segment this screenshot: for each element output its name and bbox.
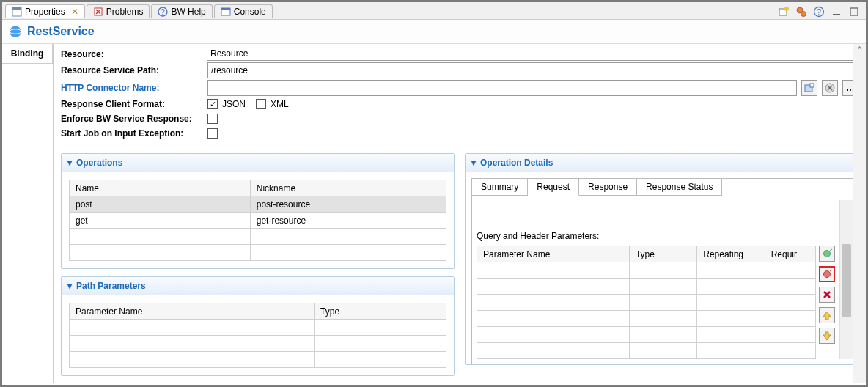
view-tabs-bar: Properties ✕ Problems ? BW Help Console … (2, 2, 866, 20)
add-param-button[interactable] (819, 246, 835, 262)
col-name[interactable]: Name (70, 180, 251, 196)
xml-label: XML (271, 99, 289, 109)
operations-section: ▾ Operations Name Nickname post (61, 153, 455, 269)
svg-rect-1 (12, 7, 21, 10)
tab-label: Properties (25, 7, 65, 17)
request-body-input[interactable] (477, 200, 835, 218)
table-row[interactable] (477, 343, 816, 359)
maximize-icon[interactable] (847, 5, 861, 18)
table-row[interactable] (477, 262, 816, 279)
inner-scrollbar[interactable] (839, 200, 853, 359)
help-toolbar-icon[interactable]: ? (812, 5, 825, 18)
table-row[interactable] (477, 295, 816, 311)
col-repeating[interactable]: Repeating (697, 246, 765, 262)
table-row[interactable] (477, 327, 816, 343)
move-up-button[interactable] (819, 307, 835, 323)
editor-header: RestService (2, 20, 866, 44)
resource-path-label: Resource Service Path: (61, 64, 207, 77)
move-down-button[interactable] (819, 328, 835, 344)
help-icon: ? (158, 7, 168, 17)
tab-binding[interactable]: Binding (2, 44, 53, 64)
startjob-checkbox[interactable] (207, 128, 218, 139)
table-row[interactable] (70, 245, 446, 261)
tab-summary[interactable]: Summary (472, 179, 528, 196)
minimize-icon[interactable] (830, 5, 843, 18)
new-view-icon[interactable] (777, 5, 790, 18)
cell-nickname: post-resource (250, 196, 446, 213)
resource-label: Resource: (61, 48, 207, 61)
table-row[interactable] (477, 311, 816, 327)
svg-rect-20 (810, 84, 814, 87)
tab-bw-help[interactable]: ? BW Help (151, 4, 212, 18)
op-details-section: ▾ Operation Details Summary Request Resp… (465, 153, 858, 365)
tab-request[interactable]: Request (528, 179, 579, 196)
table-row[interactable] (70, 320, 446, 336)
outer-scrollbar[interactable]: ^ (853, 44, 866, 383)
http-connector-input[interactable] (207, 80, 797, 96)
operations-title: Operations (76, 158, 122, 168)
svg-point-24 (824, 251, 831, 257)
clear-icon[interactable] (822, 80, 838, 96)
svg-text:?: ? (817, 7, 821, 16)
http-connector-link[interactable]: HTTP Connector Name: (61, 81, 207, 95)
xml-checkbox[interactable] (256, 99, 266, 109)
resource-input[interactable] (207, 47, 858, 61)
col-param-name[interactable]: Parameter Name (70, 303, 315, 320)
table-row[interactable] (70, 229, 446, 245)
col-nickname[interactable]: Nickname (250, 180, 446, 196)
delete-param-button[interactable] (819, 287, 835, 303)
pin-icon[interactable] (795, 5, 808, 18)
scroll-up-icon[interactable]: ^ (853, 44, 866, 56)
op-details-title: Operation Details (480, 158, 553, 168)
response-format-label: Response Client Format: (61, 97, 207, 111)
query-params-table: Parameter Name Type Repeating Requir (477, 246, 816, 359)
edit-param-button[interactable] (819, 266, 835, 282)
op-details-header[interactable]: ▾ Operation Details (466, 154, 858, 172)
table-row[interactable]: get get-resource (70, 213, 446, 229)
twistie-icon: ▾ (67, 158, 72, 168)
query-header-label: Query and Header Parameters: (477, 231, 835, 241)
tab-problems[interactable]: Problems (87, 4, 150, 18)
svg-point-10 (784, 7, 789, 11)
cell-name: get (70, 213, 251, 229)
col-type[interactable]: Type (629, 246, 696, 262)
console-icon (221, 7, 231, 17)
svg-point-12 (801, 11, 806, 16)
table-row[interactable] (70, 336, 446, 352)
path-params-table: Parameter Name Type (69, 303, 446, 368)
col-type[interactable]: Type (315, 303, 446, 320)
col-param-name[interactable]: Parameter Name (477, 246, 630, 262)
tab-response[interactable]: Response (579, 179, 637, 196)
json-label: JSON (222, 99, 246, 109)
tab-response-status[interactable]: Response Status (637, 179, 722, 196)
cell-name: post (70, 196, 251, 213)
tab-label: Console (234, 7, 266, 17)
problems-icon (93, 7, 103, 17)
svg-rect-8 (221, 8, 230, 10)
table-row[interactable]: post post-resource (70, 196, 446, 213)
operations-header[interactable]: ▾ Operations (62, 154, 454, 172)
op-detail-tabs: Summary Request Response Response Status (471, 178, 858, 196)
left-tab-strip: Binding (2, 44, 54, 383)
cell-nickname: get-resource (250, 213, 446, 229)
tab-console[interactable]: Console (214, 4, 273, 18)
browse-resource-icon[interactable] (801, 80, 817, 96)
twistie-icon: ▾ (67, 281, 72, 291)
path-params-section: ▾ Path Parameters Parameter Name Type (61, 276, 455, 376)
enforce-label: Enforce BW Service Response: (61, 112, 207, 125)
tab-properties[interactable]: Properties ✕ (5, 4, 85, 18)
service-icon (8, 24, 23, 39)
enforce-checkbox[interactable] (207, 114, 218, 124)
svg-rect-15 (833, 14, 840, 15)
table-row[interactable] (477, 279, 816, 295)
close-icon[interactable]: ✕ (71, 7, 78, 17)
page-title: RestService (27, 25, 95, 38)
path-params-title: Path Parameters (76, 281, 146, 291)
table-row[interactable] (70, 352, 446, 368)
resource-path-input[interactable] (207, 62, 858, 78)
twistie-icon: ▾ (471, 158, 476, 168)
properties-icon (12, 7, 22, 17)
col-required[interactable]: Requir (765, 246, 815, 262)
path-params-header[interactable]: ▾ Path Parameters (62, 277, 454, 295)
json-checkbox[interactable]: ✓ (207, 99, 218, 109)
